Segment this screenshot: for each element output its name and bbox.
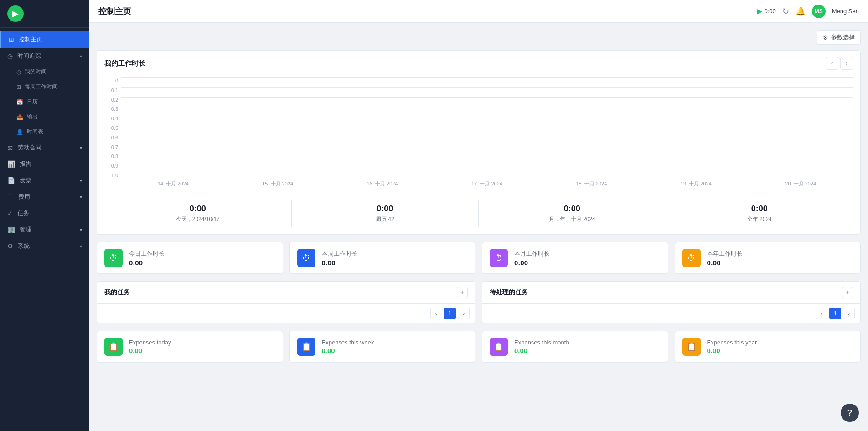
play-icon: ▶ [757, 7, 762, 15]
y-label-06: 0.6 [104, 135, 121, 140]
sidebar-item-label: 任务 [17, 209, 29, 217]
x-label-0: 14. 十月 2024 [158, 180, 189, 187]
sidebar-item-dashboard[interactable]: ⊞ 控制主页 [0, 31, 89, 48]
page-title: 控制主页 [98, 6, 131, 17]
time-stat-label-0: 今天，2024/10/17 [108, 216, 288, 223]
sidebar-item-report[interactable]: 📊 报告 [0, 156, 89, 172]
sidebar-sub-label: 输出 [27, 113, 38, 121]
sidebar-item-invoice[interactable]: 📄 发票 ▾ [0, 172, 89, 189]
my-tasks-next-btn[interactable]: › [458, 308, 470, 319]
expense-value-year: 0.00 [707, 347, 757, 354]
sidebar-item-system[interactable]: ⚙ 系统 ▾ [0, 238, 89, 254]
work-value-today: 0:00 [129, 259, 165, 267]
work-label-today: 今日工作时长 [129, 250, 165, 258]
sidebar-item-time-tracking[interactable]: ◷ 时间追踪 ▾ [0, 48, 89, 64]
time-stat-label-3: 全年 2024 [670, 216, 850, 223]
chart-title: 我的工作时长 [104, 59, 145, 68]
time-stat-year: 0:00 全年 2024 [666, 200, 853, 227]
sidebar-logo: ▶ [0, 0, 89, 28]
expense-cards-row: 📋 Expenses today 0.00 📋 Expenses this we… [97, 331, 861, 363]
time-stats-row: 0:00 今天，2024/10/17 0:00 周历 42 0:00 月，年，十… [97, 193, 860, 234]
expense-icon-month: 📋 [490, 338, 508, 356]
sidebar-item-label: 劳动合同 [18, 144, 41, 152]
sidebar-item-timesheet[interactable]: 👤 时间表 [0, 124, 89, 139]
pending-tasks-next-btn[interactable]: › [843, 308, 855, 319]
main-content: 控制主页 ▶ 0:00 ↻ 🔔 MS Meng Sen ⚙ 参数选择 我的 [89, 0, 868, 431]
sidebar-sub-label: 日历 [27, 98, 38, 106]
timer-badge[interactable]: ▶ 0:00 [757, 7, 775, 15]
sidebar-item-label: 控制主页 [19, 36, 42, 44]
chart-next-button[interactable]: › [840, 57, 853, 70]
sidebar-item-label: 报告 [20, 160, 31, 168]
work-card-month: ⏱ 本月工作时长 0:00 [482, 242, 668, 274]
y-label-01: 0.1 [104, 87, 121, 93]
chart-y-axis: 1.0 0.9 0.8 0.7 0.6 0.5 0.4 0.3 0.2 0.1 … [104, 78, 121, 187]
work-icon-week: ⏱ [297, 249, 315, 267]
my-tasks-pagination: ‹ 1 › [97, 304, 475, 323]
settings-button[interactable]: ⚙ 参数选择 [817, 30, 861, 45]
sidebar-item-weekly-hours[interactable]: ⊞ 每周工作时间 [0, 79, 89, 94]
refresh-icon[interactable]: ↻ [782, 6, 789, 16]
sidebar-item-task[interactable]: ✓ 任务 [0, 205, 89, 221]
invoice-icon: 📄 [7, 177, 15, 184]
chart-prev-button[interactable]: ‹ [826, 57, 838, 70]
chart-area: 1.0 0.9 0.8 0.7 0.6 0.5 0.4 0.3 0.2 0.1 … [97, 74, 860, 193]
pending-tasks-pagination: ‹ 1 › [482, 304, 860, 323]
chevron-down-icon: ▾ [80, 195, 82, 200]
sidebar-sub-label: 时间表 [27, 128, 43, 136]
chevron-down-icon: ▾ [80, 178, 82, 183]
my-tasks-card: 我的任务 + ‹ 1 › [97, 281, 475, 323]
sidebar-item-calendar[interactable]: 📅 日历 [0, 94, 89, 109]
work-card-year: ⏱ 本年工作时长 0:00 [675, 242, 861, 274]
pending-tasks-prev-btn[interactable]: ‹ [816, 308, 827, 319]
time-stat-value-1: 0:00 [295, 204, 475, 214]
chevron-down-icon: ▾ [80, 227, 82, 232]
expense-info-week: Expenses this week 0.00 [322, 339, 374, 354]
expense-label-week: Expenses this week [322, 339, 374, 346]
header-right: ▶ 0:00 ↻ 🔔 MS Meng Sen [757, 5, 859, 18]
sidebar-item-my-time[interactable]: ◷ 我的时间 [0, 64, 89, 79]
expense-info-month: Expenses this month 0.00 [514, 339, 569, 354]
my-tasks-prev-btn[interactable]: ‹ [430, 308, 442, 319]
y-label-02: 0.2 [104, 97, 121, 103]
chevron-down-icon: ▾ [80, 244, 82, 249]
work-value-week: 0:00 [322, 259, 357, 267]
y-label-03: 0.3 [104, 106, 121, 112]
expense-value-week: 0.00 [322, 347, 374, 354]
work-label-week: 本周工作时长 [322, 250, 357, 258]
y-label-04: 0.4 [104, 116, 121, 121]
sidebar-item-expense[interactable]: 🗒 费用 ▾ [0, 189, 89, 205]
expense-card-week: 📋 Expenses this week 0.00 [289, 331, 476, 363]
help-button[interactable]: ? [841, 404, 859, 422]
sidebar-sub-label: 每周工作时间 [25, 83, 57, 91]
weekly-hours-icon: ⊞ [16, 84, 21, 90]
work-card-today: ⏱ 今日工作时长 0:00 [97, 242, 283, 274]
expense-label-month: Expenses this month [514, 339, 569, 346]
sidebar-item-label: 费用 [18, 193, 30, 201]
expense-value-today: 0.00 [129, 347, 171, 354]
expense-card-today: 📋 Expenses today 0.00 [97, 331, 283, 363]
user-name[interactable]: Meng Sen [832, 8, 859, 15]
x-label-3: 17. 十月 2024 [471, 180, 502, 187]
chart-card-header: 我的工作时长 ‹ › [97, 51, 860, 74]
export-icon: 📤 [16, 114, 23, 120]
sidebar-item-label: 时间追踪 [17, 52, 41, 60]
timer-value: 0:00 [764, 8, 775, 15]
work-info-week: 本周工作时长 0:00 [322, 250, 357, 267]
y-label-08: 0.8 [104, 154, 121, 159]
chart-inner: 14. 十月 2024 15. 十月 2024 16. 十月 2024 17. … [121, 78, 853, 187]
bell-icon[interactable]: 🔔 [796, 6, 806, 16]
sidebar-sub-label: 我的时间 [25, 68, 46, 76]
sidebar-item-management[interactable]: 🏢 管理 ▾ [0, 221, 89, 238]
time-stat-label-1: 周历 42 [295, 216, 475, 223]
expense-info-year: Expenses this year 0.00 [707, 339, 757, 354]
work-icon-month: ⏱ [490, 249, 508, 267]
management-icon: 🏢 [7, 226, 15, 233]
sidebar-item-label: 系统 [18, 242, 30, 250]
sidebar-item-export[interactable]: 📤 输出 [0, 109, 89, 124]
sidebar-item-labor-contract[interactable]: ⚖ 劳动合同 ▾ [0, 139, 89, 156]
chart-x-labels: 14. 十月 2024 15. 十月 2024 16. 十月 2024 17. … [121, 180, 853, 187]
add-task-button[interactable]: + [457, 287, 468, 298]
avatar[interactable]: MS [812, 5, 826, 18]
add-pending-task-button[interactable]: + [842, 287, 853, 298]
